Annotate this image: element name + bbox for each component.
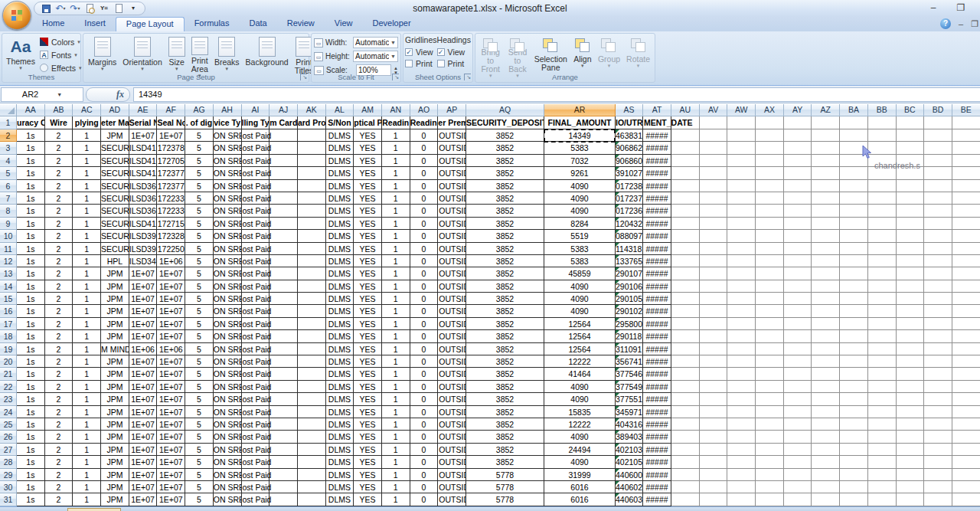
cell-AJ21[interactable]	[270, 368, 298, 380]
cell-AD17[interactable]: JPM	[101, 318, 129, 330]
cell-BE26[interactable]	[952, 431, 980, 443]
cell-AD26[interactable]: JPM	[101, 431, 129, 443]
cell-AU19[interactable]	[671, 343, 700, 355]
cell-AH31[interactable]: ON SRE	[214, 493, 242, 506]
cell-AF18[interactable]: 1E+07	[157, 330, 185, 342]
cell-AS5[interactable]: 391027	[616, 167, 643, 179]
cell-AJ9[interactable]	[270, 218, 298, 230]
header-cell-AW[interactable]	[727, 116, 756, 129]
cell-AI7[interactable]: ost Paid	[242, 192, 270, 205]
cell-AW29[interactable]	[727, 469, 756, 481]
cell-AD22[interactable]: JPM	[101, 381, 129, 393]
cell-AX25[interactable]	[756, 418, 784, 431]
cell-BA25[interactable]	[840, 418, 868, 431]
cell-AY12[interactable]	[784, 255, 812, 267]
cell-AB6[interactable]: 2	[45, 180, 74, 192]
cell-AJ29[interactable]	[270, 469, 298, 481]
row-header-1[interactable]: 1	[0, 116, 17, 129]
cell-BE25[interactable]	[952, 418, 980, 431]
cell-AV24[interactable]	[700, 406, 728, 418]
height-combo[interactable]: Automatic▼	[353, 51, 398, 62]
cell-AA14[interactable]: 1s	[17, 280, 45, 293]
cell-AJ20[interactable]	[270, 355, 298, 368]
cell-AK9[interactable]	[298, 218, 326, 230]
cell-AI18[interactable]: ost Paid	[242, 330, 270, 342]
cell-AI23[interactable]: ost Paid	[242, 393, 270, 405]
cell-AN28[interactable]: 1	[382, 456, 410, 468]
cell-AE8[interactable]: ILSD362	[129, 205, 158, 217]
cell-BC16[interactable]	[897, 305, 925, 317]
cell-AS11[interactable]: 114318	[616, 243, 643, 255]
cell-AI29[interactable]: ost Paid	[242, 469, 270, 481]
cell-AV26[interactable]	[700, 431, 728, 443]
cell-AR2[interactable]: 14349	[544, 129, 616, 142]
cell-AK23[interactable]	[298, 393, 326, 405]
cell-BC12[interactable]	[897, 255, 925, 267]
cell-AO12[interactable]: 0	[410, 255, 439, 267]
row-header-23[interactable]: 23	[0, 393, 17, 405]
cell-AE2[interactable]: 1E+07	[129, 129, 158, 142]
cell-AO17[interactable]: 0	[410, 318, 439, 330]
row-header-15[interactable]: 15	[0, 293, 17, 305]
cell-AG8[interactable]: 5	[185, 205, 214, 217]
cell-AN23[interactable]: 1	[382, 393, 410, 405]
cell-AM27[interactable]: YES	[354, 444, 382, 456]
cell-BA6[interactable]	[840, 180, 868, 192]
cell-AK22[interactable]	[298, 381, 326, 393]
cell-AJ22[interactable]	[270, 381, 298, 393]
cell-AG2[interactable]: 5	[185, 129, 214, 142]
cell-AB8[interactable]: 2	[45, 205, 74, 217]
cell-AP22[interactable]: OUTSIDI	[438, 381, 466, 393]
cell-AA28[interactable]: 1s	[17, 456, 45, 468]
cell-AX9[interactable]	[756, 218, 784, 230]
cell-AZ4[interactable]	[812, 155, 840, 167]
cell-AZ6[interactable]	[812, 180, 840, 192]
cell-AC29[interactable]: 1	[73, 469, 101, 481]
cell-AQ11[interactable]: 3852	[466, 243, 544, 255]
row-header-9[interactable]: 9	[0, 218, 17, 230]
cell-AG15[interactable]: 5	[185, 293, 214, 305]
cell-BC24[interactable]	[897, 406, 925, 418]
column-header-AF[interactable]: AF	[157, 104, 185, 116]
cell-AE19[interactable]: 1E+06	[129, 343, 158, 355]
cell-AG24[interactable]: 5	[185, 406, 214, 418]
cell-AF30[interactable]: 1E+07	[157, 481, 185, 493]
cell-AF20[interactable]: 1E+07	[157, 355, 185, 368]
cell-AV8[interactable]	[700, 205, 728, 217]
cell-AL16[interactable]: DLMS	[326, 305, 354, 317]
cell-AY26[interactable]	[784, 431, 812, 443]
header-cell-AA[interactable]: uracy C	[17, 116, 45, 129]
cell-BD9[interactable]	[924, 218, 952, 230]
cell-AI8[interactable]: ost Paid	[242, 205, 270, 217]
page-setup-background-button[interactable]: Background	[243, 35, 292, 78]
cell-BB24[interactable]	[868, 406, 897, 418]
cell-AF23[interactable]: 1E+07	[157, 393, 185, 405]
cell-BA14[interactable]	[840, 280, 868, 293]
cell-AO10[interactable]: 0	[410, 230, 439, 242]
cell-AU9[interactable]	[671, 218, 700, 230]
cell-AT4[interactable]: #####	[643, 155, 671, 167]
cell-BC21[interactable]	[897, 368, 925, 380]
cell-AB26[interactable]: 2	[45, 431, 74, 443]
cell-AK24[interactable]	[298, 406, 326, 418]
header-cell-AQ[interactable]: SECURITY_DEPOSIT	[466, 116, 544, 129]
cell-AD10[interactable]: SECURE	[101, 230, 129, 242]
cell-AG12[interactable]: 5	[185, 255, 214, 267]
cell-AW10[interactable]	[727, 230, 756, 242]
cell-BA20[interactable]	[840, 355, 868, 368]
cell-AR19[interactable]: 12564	[544, 343, 616, 355]
cell-BA11[interactable]	[840, 243, 868, 255]
row-header-16[interactable]: 16	[0, 305, 17, 317]
cell-AN20[interactable]: 1	[382, 355, 410, 368]
cell-AE21[interactable]: 1E+07	[129, 368, 158, 380]
cell-AB17[interactable]: 2	[45, 318, 74, 330]
row-header-2[interactable]: 2	[0, 129, 17, 142]
cell-AX20[interactable]	[756, 355, 784, 368]
cell-AW9[interactable]	[727, 218, 756, 230]
cell-AB14[interactable]: 2	[45, 280, 74, 293]
cell-AY10[interactable]	[784, 230, 812, 242]
headings-view-checkbox[interactable]: ✓View	[437, 47, 466, 57]
cell-AG4[interactable]: 5	[185, 155, 214, 167]
cell-AI6[interactable]: ost Paid	[242, 180, 270, 192]
cell-AV29[interactable]	[700, 469, 728, 481]
